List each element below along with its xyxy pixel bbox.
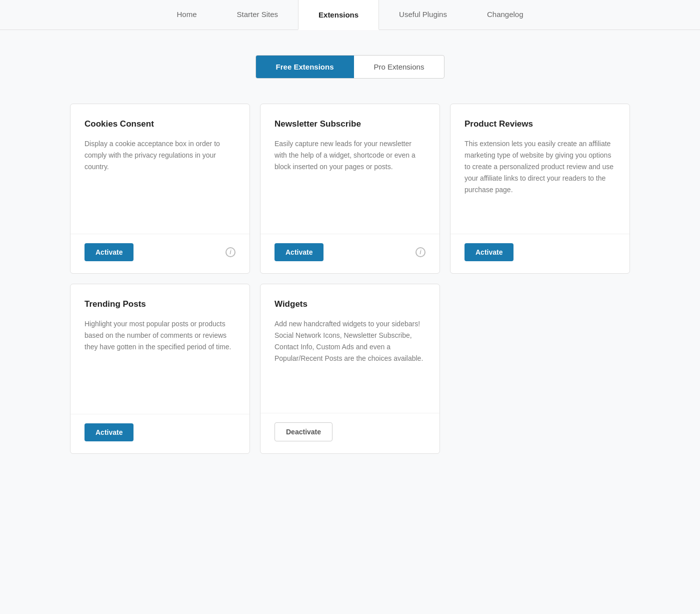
activate-button-cookies-consent[interactable]: Activate — [84, 243, 134, 261]
activate-button-trending-posts[interactable]: Activate — [84, 423, 134, 441]
card-widgets: Widgets Add new handcrafted widgets to y… — [260, 284, 440, 454]
nav-useful-plugins[interactable]: Useful Plugins — [379, 0, 467, 30]
card-footer-newsletter-subscribe: Activate i — [260, 234, 440, 273]
card-description-newsletter-subscribe: Easily capture new leads for your newsle… — [274, 138, 426, 173]
card-description-cookies-consent: Display a cookie acceptance box in order… — [84, 138, 236, 173]
main-content: Free Extensions Pro Extensions Cookies C… — [60, 30, 640, 479]
activate-button-product-reviews[interactable]: Activate — [464, 243, 514, 261]
card-trending-posts: Trending Posts Highlight your most popul… — [70, 284, 250, 454]
card-product-reviews: Product Reviews This extension lets you … — [450, 104, 630, 274]
card-empty-placeholder — [450, 284, 630, 454]
card-title-cookies-consent: Cookies Consent — [84, 119, 236, 129]
tab-free-extensions[interactable]: Free Extensions — [256, 56, 354, 78]
card-body-newsletter-subscribe: Newsletter Subscribe Easily capture new … — [260, 104, 440, 234]
navigation: Home Starter Sites Extensions Useful Plu… — [0, 0, 700, 30]
nav-starter-sites[interactable]: Starter Sites — [217, 0, 298, 30]
card-title-newsletter-subscribe: Newsletter Subscribe — [274, 119, 426, 129]
card-description-trending-posts: Highlight your most popular posts or pro… — [84, 318, 236, 353]
nav-home[interactable]: Home — [156, 0, 216, 30]
card-newsletter-subscribe: Newsletter Subscribe Easily capture new … — [260, 104, 440, 274]
card-title-widgets: Widgets — [274, 299, 426, 309]
card-title-product-reviews: Product Reviews — [464, 119, 616, 129]
card-footer-product-reviews: Activate — [450, 234, 630, 273]
card-footer-cookies-consent: Activate i — [70, 234, 250, 273]
card-description-product-reviews: This extension lets you easily create an… — [464, 138, 616, 196]
nav-changelog[interactable]: Changelog — [467, 0, 544, 30]
activate-button-newsletter-subscribe[interactable]: Activate — [274, 243, 324, 261]
nav-extensions[interactable]: Extensions — [298, 0, 379, 30]
card-cookies-consent: Cookies Consent Display a cookie accepta… — [70, 104, 250, 274]
deactivate-button-widgets[interactable]: Deactivate — [274, 422, 332, 441]
extensions-row-1: Cookies Consent Display a cookie accepta… — [70, 104, 630, 274]
tab-group: Free Extensions Pro Extensions — [256, 55, 445, 79]
tab-container: Free Extensions Pro Extensions — [70, 55, 630, 79]
card-footer-trending-posts: Activate — [70, 414, 250, 453]
info-icon-newsletter-subscribe[interactable]: i — [416, 247, 426, 257]
card-title-trending-posts: Trending Posts — [84, 299, 236, 309]
card-description-widgets: Add new handcrafted widgets to your side… — [274, 318, 426, 364]
extensions-row-2: Trending Posts Highlight your most popul… — [70, 284, 630, 454]
card-body-widgets: Widgets Add new handcrafted widgets to y… — [260, 284, 440, 413]
tab-pro-extensions[interactable]: Pro Extensions — [354, 56, 444, 78]
info-icon-cookies-consent[interactable]: i — [226, 247, 236, 257]
card-footer-widgets: Deactivate — [260, 413, 440, 453]
card-body-trending-posts: Trending Posts Highlight your most popul… — [70, 284, 250, 414]
card-body-cookies-consent: Cookies Consent Display a cookie accepta… — [70, 104, 250, 234]
card-body-product-reviews: Product Reviews This extension lets you … — [450, 104, 630, 234]
